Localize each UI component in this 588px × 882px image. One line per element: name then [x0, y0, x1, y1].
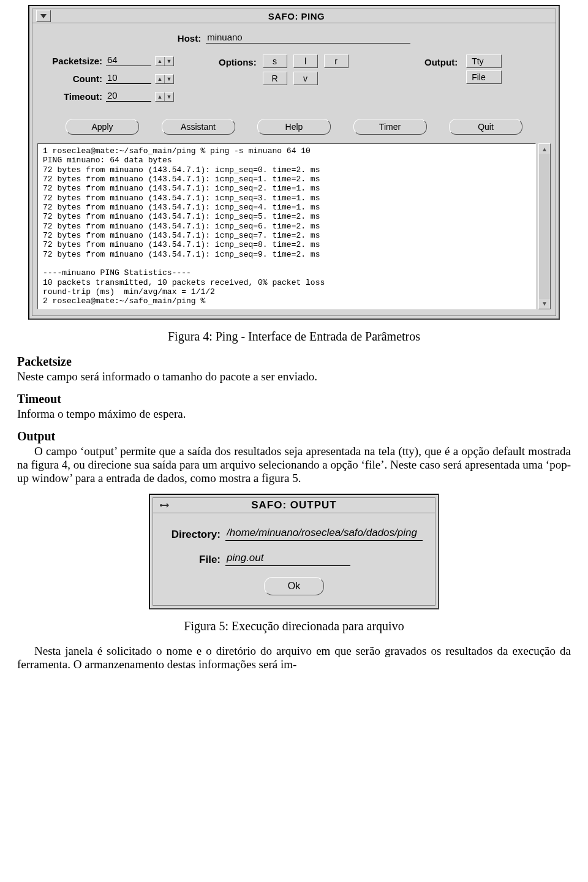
packetsize-text: Neste campo será informado o tamanho do … [17, 370, 317, 383]
output-titlebar: SAFO: OUTPUT [153, 498, 435, 513]
directory-row: Directory: [165, 527, 423, 541]
figure-4-caption: Figura 4: Ping - Interface de Entrada de… [17, 330, 571, 344]
directory-label: Directory: [165, 529, 221, 541]
option-l[interactable]: l [293, 55, 318, 68]
output-file-option[interactable]: File [466, 70, 502, 84]
packetsize-row: Packetsize: ▲ ▼ [41, 55, 213, 66]
param-grid: Packetsize: ▲ ▼ Count: ▲ [41, 55, 547, 108]
file-label: File: [165, 554, 221, 566]
timeout-stepper[interactable]: ▲ ▼ [155, 92, 174, 102]
left-column: Packetsize: ▲ ▼ Count: ▲ [41, 55, 213, 108]
help-button[interactable]: Help [257, 119, 331, 135]
stepper-down-icon: ▼ [164, 92, 173, 101]
output-text: O campo ‘output’ permite que a saída dos… [17, 445, 571, 485]
output-label: Output: [424, 57, 458, 67]
quit-button[interactable]: Quit [449, 119, 522, 135]
options-column: Options: s l r R v [219, 55, 418, 108]
directory-input[interactable] [225, 527, 423, 541]
count-row: Count: ▲ ▼ [41, 72, 213, 84]
pushpin-icon[interactable] [156, 499, 172, 511]
window-title: SAFO: PING [55, 11, 556, 21]
packetsize-input[interactable] [106, 55, 151, 66]
stepper-up-icon: ▲ [156, 57, 164, 66]
packetsize-section: Packetsize Neste campo será informado o … [17, 355, 571, 383]
stepper-down-icon: ▼ [164, 57, 173, 66]
assistant-button[interactable]: Assistant [162, 119, 235, 135]
output-dialog-title: SAFO: OUTPUT [172, 499, 435, 511]
chevron-down-icon [40, 13, 47, 19]
timeout-label: Timeout: [41, 91, 102, 102]
scroll-up-icon: ▲ [539, 144, 550, 154]
terminal-wrap: 1 roseclea@mate:~/safo_main/ping % ping … [37, 143, 551, 309]
stepper-up-icon: ▲ [156, 75, 164, 83]
timeout-section: Timeout Informa o tempo máximo de espera… [17, 392, 571, 421]
terminal-scrollbar[interactable]: ▲ ▼ [538, 143, 551, 309]
host-input[interactable] [206, 32, 410, 43]
output-column: Output: Tty File [424, 55, 547, 108]
scroll-down-icon: ▼ [539, 299, 550, 309]
svg-rect-2 [161, 505, 167, 506]
timeout-input[interactable] [106, 90, 151, 102]
safo-ping-inner: SAFO: PING Host: Packetsize: ▲ ▼ [32, 9, 556, 316]
svg-marker-0 [40, 14, 47, 18]
scroll-track [539, 154, 550, 299]
stepper-up-icon: ▲ [156, 92, 164, 101]
count-label: Count: [41, 74, 102, 84]
output-heading: Output [17, 429, 571, 443]
final-paragraph: Nesta janela é solicitado o nome e o dir… [17, 644, 571, 671]
figure-5-caption: Figura 5: Execução direcionada para arqu… [17, 619, 571, 633]
timer-button[interactable]: Timer [353, 119, 427, 135]
option-r-upper[interactable]: R [263, 72, 287, 85]
safo-ping-window: SAFO: PING Host: Packetsize: ▲ ▼ [28, 5, 560, 320]
output-section: Output O campo ‘output’ permite que a sa… [17, 429, 571, 485]
output-tty-option[interactable]: Tty [466, 55, 502, 68]
timeout-text: Informa o tempo máximo de espera. [17, 407, 186, 420]
packetsize-label: Packetsize: [41, 56, 102, 66]
output-dialog-body: Directory: File: Ok [153, 513, 435, 605]
ok-button[interactable]: Ok [264, 577, 324, 595]
host-label: Host: [178, 33, 201, 43]
file-row: File: [165, 552, 423, 566]
ok-button-row: Ok [165, 577, 423, 595]
options-label: Options: [219, 57, 257, 67]
safo-output-inner: SAFO: OUTPUT Directory: File: Ok [153, 497, 435, 606]
window-menu-button[interactable] [36, 10, 51, 22]
titlebar: SAFO: PING [32, 9, 556, 23]
form-area: Host: Packetsize: ▲ ▼ [32, 23, 556, 141]
timeout-heading: Timeout [17, 392, 571, 406]
terminal-output: 1 roseclea@mate:~/safo_main/ping % ping … [37, 143, 536, 309]
packetsize-stepper[interactable]: ▲ ▼ [155, 56, 174, 66]
packetsize-heading: Packetsize [17, 355, 571, 369]
button-row: Apply Assistant Help Timer Quit [41, 108, 547, 141]
svg-marker-3 [167, 503, 169, 508]
option-v[interactable]: v [293, 72, 318, 85]
option-r-lower[interactable]: r [324, 55, 349, 68]
host-row: Host: [41, 32, 547, 43]
apply-button[interactable]: Apply [66, 119, 139, 135]
file-input[interactable] [225, 552, 350, 566]
timeout-row: Timeout: ▲ ▼ [41, 90, 213, 102]
option-s[interactable]: s [263, 55, 287, 68]
count-stepper[interactable]: ▲ ▼ [155, 74, 174, 84]
stepper-down-icon: ▼ [164, 75, 173, 83]
safo-output-dialog: SAFO: OUTPUT Directory: File: Ok [149, 494, 439, 609]
count-input[interactable] [106, 72, 151, 84]
